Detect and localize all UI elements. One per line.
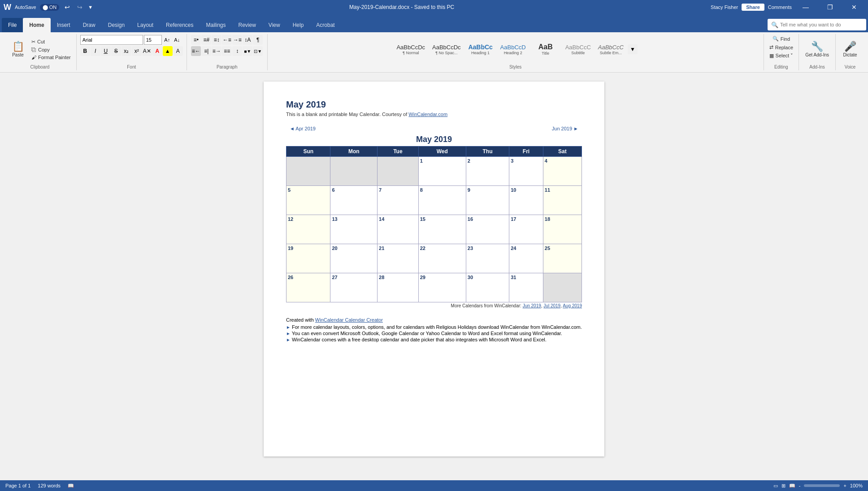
paste-button[interactable]: 📋 Paste	[7, 36, 29, 63]
font-color-btn[interactable]: A	[173, 46, 183, 56]
align-left-btn[interactable]: ≡←	[191, 46, 201, 56]
tab-references[interactable]: References	[160, 18, 200, 32]
strikethrough-btn[interactable]: S	[111, 46, 121, 56]
cal-cell-4-4[interactable]: 22	[418, 244, 466, 273]
layout-print-btn[interactable]: ▭	[773, 483, 778, 489]
superscript-btn[interactable]: x²	[132, 46, 142, 56]
cal-aug-link[interactable]: Aug 2019	[563, 303, 582, 308]
cal-cell-4-7[interactable]: 25	[543, 244, 582, 273]
cal-cell-1-4[interactable]: 1	[418, 157, 466, 186]
tab-layout[interactable]: Layout	[131, 18, 160, 32]
proofing-icon[interactable]: 📖	[68, 483, 74, 489]
search-input[interactable]	[780, 22, 861, 27]
minimize-btn[interactable]: —	[795, 0, 816, 14]
tab-draw[interactable]: Draw	[77, 18, 102, 32]
comments-btn[interactable]: Comments	[768, 4, 792, 10]
close-btn[interactable]: ✕	[844, 0, 864, 14]
cal-cell-5-6[interactable]: 31	[509, 273, 543, 302]
redo-btn[interactable]: ↪	[75, 4, 84, 11]
cal-cell-2-1[interactable]: 5	[286, 186, 330, 215]
align-right-btn[interactable]: ≡→	[212, 46, 221, 56]
decrease-font-btn[interactable]: A↓	[173, 35, 182, 45]
border-btn[interactable]: ⊡▼	[253, 46, 263, 56]
search-container[interactable]: 🔍	[768, 19, 866, 30]
cal-cell-4-6[interactable]: 24	[509, 244, 543, 273]
shading-btn[interactable]: ■▼	[243, 46, 252, 56]
subtitle-link[interactable]: WinCalendar.com	[408, 112, 447, 117]
style-title[interactable]: AaB Title	[530, 42, 561, 57]
cal-cell-3-1[interactable]: 12	[286, 215, 330, 244]
line-spacing-btn[interactable]: ↕	[232, 46, 242, 56]
cal-cell-5-2[interactable]: 27	[330, 273, 378, 302]
align-center-btn[interactable]: ≡|	[201, 46, 211, 56]
cal-cell-3-7[interactable]: 18	[543, 215, 582, 244]
cal-cell-1-1[interactable]	[286, 157, 330, 186]
cal-jul-link[interactable]: Jul 2019	[543, 303, 560, 308]
cal-cell-5-3[interactable]: 28	[378, 273, 419, 302]
maximize-btn[interactable]: ❐	[820, 0, 840, 14]
tab-acrobat[interactable]: Acrobat	[310, 18, 341, 32]
cal-cell-4-2[interactable]: 20	[330, 244, 378, 273]
cut-button[interactable]: ✂ Cut	[30, 38, 73, 46]
tab-mailings[interactable]: Mailings	[200, 18, 232, 32]
tab-view[interactable]: View	[262, 18, 286, 32]
clear-format-btn[interactable]: A✕	[142, 46, 152, 56]
cal-cell-2-6[interactable]: 10	[509, 186, 543, 215]
cal-cell-3-2[interactable]: 13	[330, 215, 378, 244]
increase-indent-btn[interactable]: →≡	[232, 35, 242, 45]
multilevel-btn[interactable]: ≡↕	[212, 35, 221, 45]
share-btn[interactable]: Share	[742, 4, 764, 11]
subscript-btn[interactable]: x₂	[122, 46, 131, 56]
cal-cell-5-5[interactable]: 30	[466, 273, 509, 302]
autosave-toggle[interactable]: ⬤ ON	[40, 4, 60, 11]
style-subtitle[interactable]: AaBbCcC Subtitle	[562, 43, 594, 56]
cal-cell-5-1[interactable]: 26	[286, 273, 330, 302]
prev-month-link[interactable]: ◄ Apr 2019	[290, 126, 316, 131]
cal-cell-2-2[interactable]: 6	[330, 186, 378, 215]
zoom-out-btn[interactable]: -	[799, 483, 801, 488]
layout-read-btn[interactable]: 📖	[789, 483, 795, 489]
select-button[interactable]: ▦ Select ˅	[768, 52, 795, 60]
layout-web-btn[interactable]: ⊞	[781, 483, 786, 489]
style-subtleem[interactable]: AaBbCcC Subtle Em...	[595, 43, 627, 56]
cal-cell-5-7[interactable]	[543, 273, 582, 302]
cal-cell-2-5[interactable]: 9	[466, 186, 509, 215]
cal-cell-1-5[interactable]: 2	[466, 157, 509, 186]
tab-insert[interactable]: Insert	[51, 18, 77, 32]
cal-cell-3-6[interactable]: 17	[509, 215, 543, 244]
cal-cell-2-4[interactable]: 8	[418, 186, 466, 215]
cal-cell-4-3[interactable]: 21	[378, 244, 419, 273]
tab-file[interactable]: File	[2, 18, 23, 32]
justify-btn[interactable]: ≡≡	[222, 46, 232, 56]
style-nospace[interactable]: AaBbCcDc ¶ No Spac...	[429, 43, 464, 56]
cal-cell-3-3[interactable]: 14	[378, 215, 419, 244]
cal-cell-4-1[interactable]: 19	[286, 244, 330, 273]
cal-cell-1-7[interactable]: 4	[543, 157, 582, 186]
font-name-input[interactable]	[80, 35, 143, 45]
text-color-btn[interactable]: A	[152, 46, 162, 56]
font-size-input[interactable]	[144, 35, 162, 45]
get-addins-button[interactable]: 🔧 Get Add-Ins	[803, 36, 832, 63]
cal-cell-1-3[interactable]	[378, 157, 419, 186]
show-marks-btn[interactable]: ¶	[253, 35, 263, 45]
style-h1[interactable]: AaBbCc Heading 1	[465, 42, 496, 56]
wincal-link[interactable]: WinCalendar Calendar Creator	[315, 317, 383, 323]
copy-button[interactable]: ⿻ Copy	[30, 46, 73, 53]
styles-more-btn[interactable]: ▼	[628, 44, 638, 54]
tab-design[interactable]: Design	[102, 18, 131, 32]
italic-btn[interactable]: I	[91, 46, 100, 56]
bold-btn[interactable]: B	[80, 46, 90, 56]
zoom-in-btn[interactable]: +	[843, 483, 846, 488]
numbering-btn[interactable]: ≡#	[201, 35, 211, 45]
decrease-indent-btn[interactable]: ←≡	[222, 35, 232, 45]
cal-jun-link[interactable]: Jun 2019	[523, 303, 541, 308]
cal-cell-1-6[interactable]: 3	[509, 157, 543, 186]
cal-cell-2-3[interactable]: 7	[378, 186, 419, 215]
cal-cell-3-5[interactable]: 16	[466, 215, 509, 244]
dictate-button[interactable]: 🎤 Dictate	[839, 36, 861, 63]
cal-cell-4-5[interactable]: 23	[466, 244, 509, 273]
tab-review[interactable]: Review	[232, 18, 262, 32]
sort-btn[interactable]: ↕A	[243, 35, 252, 45]
find-button[interactable]: 🔍 Find	[771, 35, 792, 43]
cal-cell-5-4[interactable]: 29	[418, 273, 466, 302]
